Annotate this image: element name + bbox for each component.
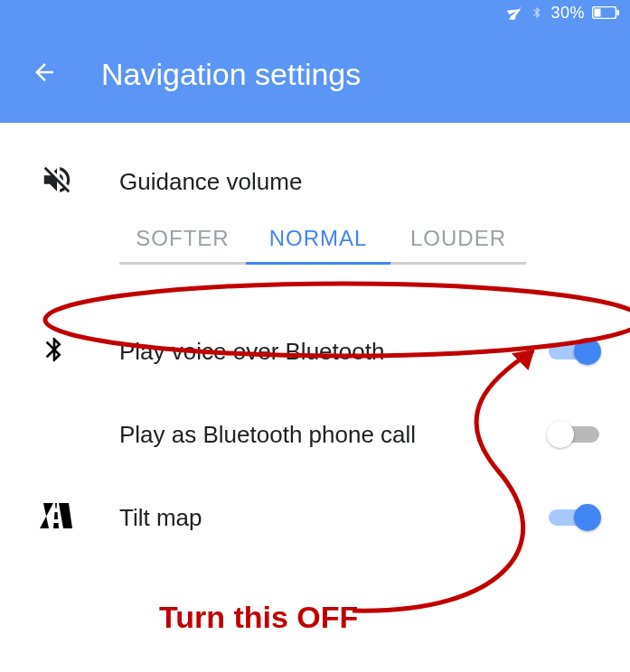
location-icon [507, 5, 523, 21]
guidance-volume-label: Guidance volume [119, 168, 599, 196]
play-bluetooth-call-label: Play as Bluetooth phone call [119, 421, 549, 449]
play-voice-bluetooth-label: Play voice over Bluetooth [119, 338, 549, 366]
play-bluetooth-call-row: Play as Bluetooth phone call [0, 393, 630, 476]
battery-icon [592, 6, 619, 19]
volume-tabs: SOFTER NORMAL LOUDER [119, 217, 630, 265]
svg-rect-2 [617, 10, 620, 15]
tab-normal[interactable]: NORMAL [246, 217, 390, 265]
back-button[interactable] [31, 59, 58, 89]
tab-softer[interactable]: SOFTER [119, 217, 246, 265]
volume-mute-icon [40, 163, 74, 201]
content: Guidance volume SOFTER NORMAL LOUDER Pla… [0, 123, 630, 559]
play-voice-bluetooth-row: Play voice over Bluetooth [0, 310, 630, 393]
battery-percent: 30% [550, 4, 585, 23]
svg-rect-1 [595, 9, 601, 17]
status-bar: 30% [0, 0, 630, 25]
app-header: Navigation settings [0, 25, 630, 123]
tilt-map-row: Tilt map [0, 476, 630, 559]
play-voice-bluetooth-toggle[interactable] [549, 343, 599, 359]
tilt-map-toggle[interactable] [549, 509, 599, 526]
annotation-text: Turn this OFF [159, 600, 358, 635]
play-bluetooth-call-toggle[interactable] [549, 426, 599, 443]
bluetooth-icon [40, 335, 69, 368]
page-title: Navigation settings [101, 57, 361, 92]
guidance-volume-row: Guidance volume [0, 163, 630, 201]
tilt-map-label: Tilt map [119, 504, 549, 532]
bluetooth-status-icon [531, 5, 543, 21]
tab-louder[interactable]: LOUDER [390, 217, 526, 265]
road-icon [40, 503, 72, 532]
